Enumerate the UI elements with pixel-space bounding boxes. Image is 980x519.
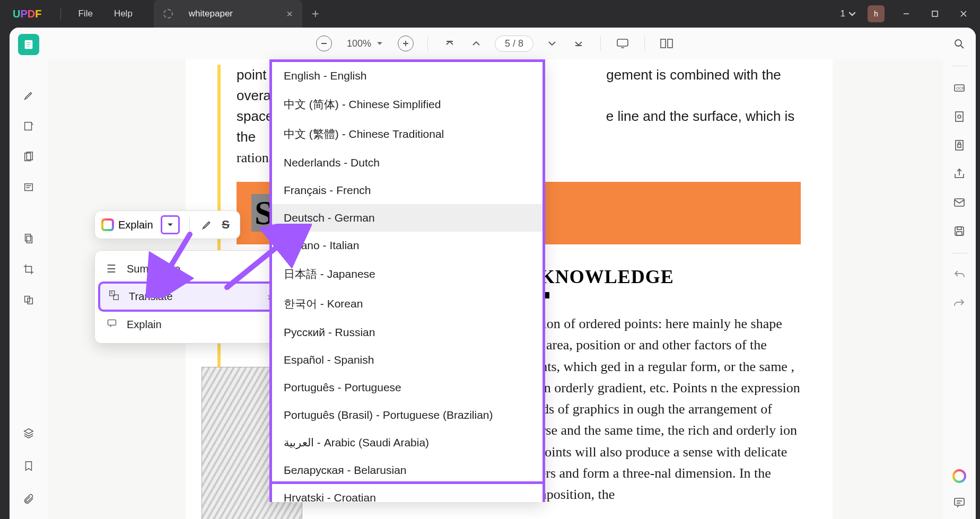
protect-button[interactable] — [952, 110, 966, 124]
chat-icon — [107, 318, 118, 331]
bookmark-button[interactable] — [18, 455, 39, 477]
tab-title: whitepaper — [189, 8, 270, 19]
svg-rect-1 — [932, 11, 938, 16]
ocr-button[interactable]: OCR — [952, 81, 966, 95]
menu-help[interactable]: Help — [103, 8, 143, 19]
language-submenu: English - English 中文 (简体) - Chinese Simp… — [269, 59, 545, 502]
highlight-tool-button[interactable] — [18, 85, 39, 106]
svg-rect-40 — [108, 320, 116, 325]
menu-item-explain[interactable]: Explain — [98, 312, 282, 338]
reader-mode-button[interactable] — [18, 34, 39, 55]
main-panel: OCR 100% 5 / 8 point form agement — [10, 28, 976, 519]
zoom-select[interactable]: 100% — [343, 38, 387, 49]
lang-item[interactable]: 中文 (简体) - Chinese Simplified — [272, 90, 542, 119]
explain-button[interactable]: Explain — [101, 218, 153, 231]
svg-rect-20 — [956, 112, 963, 121]
lock-button[interactable] — [952, 138, 966, 152]
copy-tool-button[interactable] — [18, 228, 39, 249]
form-tool-button[interactable] — [18, 177, 39, 198]
lang-item[interactable]: Español - Spanish — [272, 346, 542, 374]
svg-rect-36 — [668, 39, 672, 48]
explain-dropdown-caret[interactable] — [161, 215, 180, 234]
svg-text:OCR: OCR — [956, 86, 965, 90]
lang-item[interactable]: Hrvatski - Croatian — [272, 481, 542, 502]
lang-item[interactable]: Nederlands - Dutch — [272, 149, 542, 177]
tab-close-icon[interactable]: × — [286, 8, 293, 20]
prev-page-button[interactable] — [468, 36, 484, 51]
page-input[interactable]: 5 / 8 — [495, 36, 533, 52]
presentation-button[interactable] — [615, 36, 631, 51]
tab-bar: whitepaper × + — [154, 0, 329, 28]
ai-actions-menu: ☰ Summarize A Translate › Explain — [94, 250, 285, 344]
svg-line-17 — [961, 46, 964, 48]
new-tab-button[interactable]: + — [302, 6, 329, 21]
svg-rect-14 — [25, 296, 30, 302]
svg-rect-6 — [25, 122, 32, 130]
lang-item[interactable]: 한국어 - Korean — [272, 289, 542, 319]
page-layout-button[interactable] — [659, 36, 675, 51]
highlighter-icon[interactable] — [199, 217, 214, 232]
menu-label: Explain — [127, 319, 162, 331]
close-button[interactable] — [951, 4, 976, 23]
zoom-out-button[interactable] — [316, 36, 332, 51]
user-avatar[interactable]: h — [868, 5, 885, 22]
lang-item[interactable]: Português (Brasil) - Portuguese (Brazili… — [272, 401, 542, 429]
attachment-button[interactable] — [18, 488, 39, 509]
right-toolbar: OCR — [943, 28, 976, 519]
pages-tool-button[interactable] — [18, 146, 39, 168]
minimize-button[interactable] — [894, 4, 918, 23]
maximize-button[interactable] — [923, 4, 947, 23]
undo-button[interactable] — [952, 268, 966, 282]
explain-label: Explain — [118, 219, 153, 231]
share-button[interactable] — [952, 167, 966, 181]
zoom-in-button[interactable] — [398, 36, 414, 51]
top-toolbar: 100% 5 / 8 — [48, 28, 943, 59]
comments-button[interactable] — [952, 496, 966, 509]
redo-button[interactable] — [952, 297, 966, 311]
lang-item[interactable]: English - English — [272, 62, 542, 90]
last-page-button[interactable] — [571, 36, 587, 51]
lang-item[interactable]: Français - French — [272, 177, 542, 204]
svg-rect-27 — [957, 232, 962, 235]
lang-item[interactable]: Deutsch - German — [272, 204, 542, 232]
svg-rect-9 — [25, 184, 33, 191]
lang-item[interactable]: العربية - Arabic (Saudi Arabia) — [272, 429, 542, 456]
mail-button[interactable] — [952, 196, 966, 209]
menu-label: Translate — [129, 291, 173, 303]
ai-logo-icon — [101, 218, 114, 231]
divider — [60, 7, 61, 20]
svg-rect-28 — [955, 498, 964, 505]
svg-point-21 — [958, 115, 961, 118]
titlebar: UPDF File Help whitepaper × + 1 h — [0, 0, 980, 28]
tab-active[interactable]: whitepaper × — [154, 0, 302, 28]
first-page-button[interactable] — [442, 36, 458, 51]
annotate-tool-button[interactable] — [18, 116, 39, 137]
svg-rect-24 — [955, 199, 964, 206]
ai-assistant-icon[interactable] — [952, 469, 966, 483]
left-toolbar — [10, 28, 48, 519]
svg-rect-15 — [28, 298, 32, 304]
lang-item[interactable]: Русский - Russian — [272, 319, 542, 346]
list-icon: ☰ — [107, 262, 118, 275]
menu-item-translate[interactable]: A Translate › — [98, 282, 282, 312]
tab-file-icon — [163, 9, 173, 19]
lang-item[interactable]: Português - Portuguese — [272, 374, 542, 401]
crop-tool-button[interactable] — [18, 259, 39, 280]
search-button[interactable] — [952, 37, 966, 51]
next-page-button[interactable] — [544, 36, 560, 51]
selection-toolbar: Explain S — [94, 210, 240, 239]
lang-item[interactable]: Беларуская - Belarusian — [272, 456, 542, 484]
body-text: osition of ordered points: here mainly h… — [523, 313, 801, 506]
svg-rect-13 — [27, 236, 32, 243]
save-button[interactable] — [952, 224, 966, 238]
strikethrough-icon[interactable]: S — [218, 217, 233, 232]
svg-text:A: A — [110, 291, 113, 295]
menu-item-summarize[interactable]: ☰ Summarize — [98, 256, 282, 282]
menu-file[interactable]: File — [67, 8, 103, 19]
lang-item[interactable]: Italiano - Italian — [272, 232, 542, 259]
lang-item[interactable]: 中文 (繁體) - Chinese Traditional — [272, 119, 542, 149]
notification-count[interactable]: 1 — [838, 8, 858, 19]
layers-button[interactable] — [18, 423, 39, 444]
lang-item[interactable]: 日本語 - Japanese — [272, 259, 542, 289]
duplicate-tool-button[interactable] — [18, 289, 39, 311]
